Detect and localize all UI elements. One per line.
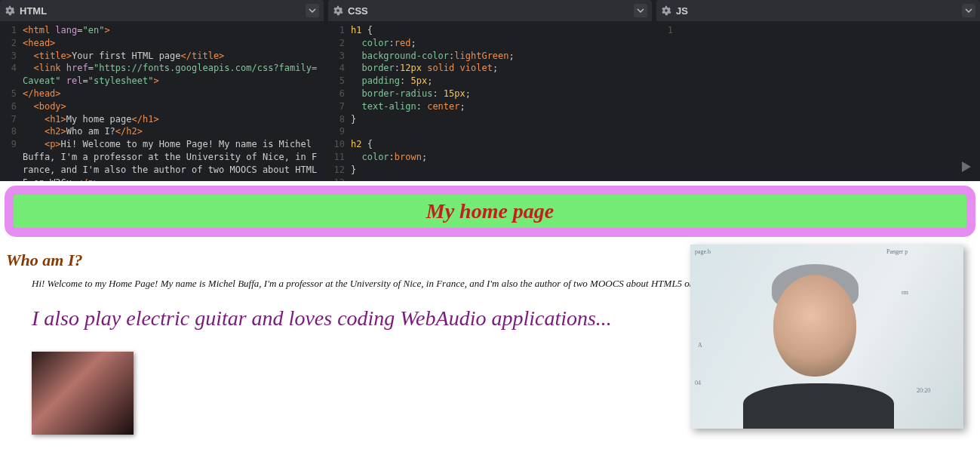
html-code-editor[interactable]: 1<html lang="en">2<head>3 <title>Your fi… (0, 21, 324, 181)
html-pane-title: HTML (20, 5, 47, 17)
editor-panels: HTML 1<html lang="en">2<head>3 <title>Yo… (0, 0, 980, 181)
css-pane-title: CSS (348, 5, 368, 17)
gear-icon[interactable] (333, 5, 343, 16)
webcam-overlay: page.b Panger p rm A 04 20:20 (690, 244, 963, 429)
css-pane: CSS 1h1 {2 color:red;3 background-color:… (328, 0, 652, 181)
html-pane: HTML 1<html lang="en">2<head>3 <title>Yo… (0, 0, 324, 181)
preview-photo-small (32, 352, 134, 435)
css-code-editor[interactable]: 1h1 {2 color:red;3 background-color:ligh… (328, 21, 652, 181)
preview-pane: My home page Who am I? Hi! Welcome to my… (0, 181, 980, 449)
play-icon[interactable] (959, 160, 972, 174)
css-pane-header: CSS (328, 0, 652, 21)
gear-icon[interactable] (5, 5, 15, 16)
js-pane-header: JS (656, 0, 980, 21)
codepen-like-editor: HTML 1<html lang="en">2<head>3 <title>Yo… (0, 0, 980, 449)
js-pane: JS 1 (656, 0, 980, 181)
chevron-down-icon[interactable] (962, 4, 975, 17)
js-pane-title: JS (676, 5, 688, 17)
chevron-down-icon[interactable] (306, 4, 319, 17)
chevron-down-icon[interactable] (634, 4, 647, 17)
preview-h1: My home page (5, 186, 975, 237)
js-code-editor[interactable]: 1 (656, 21, 980, 181)
html-pane-header: HTML (0, 0, 324, 21)
gear-icon[interactable] (661, 5, 671, 16)
